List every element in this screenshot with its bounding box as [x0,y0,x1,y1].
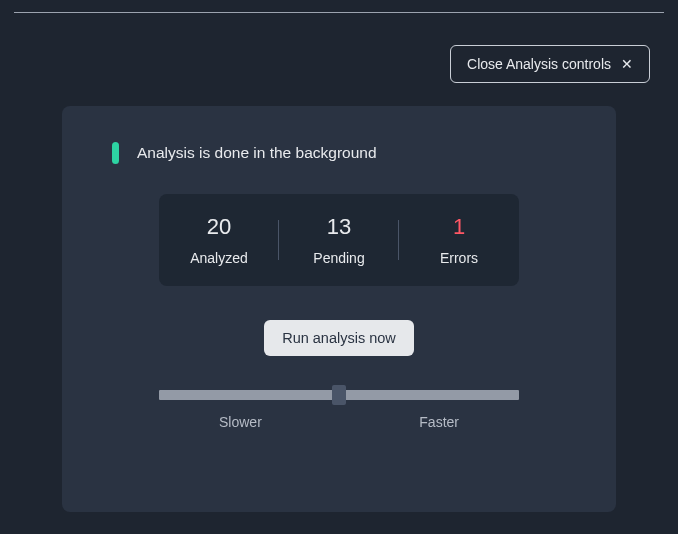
status-text: Analysis is done in the background [137,144,377,162]
slider-faster-label: Faster [419,414,459,430]
stat-pending: 13 Pending [279,214,399,266]
stat-analyzed-value: 20 [159,214,279,240]
stat-pending-label: Pending [279,250,399,266]
speed-slider: Slower Faster [159,390,519,430]
slider-labels: Slower Faster [159,414,519,430]
status-row: Analysis is done in the background [112,142,572,164]
run-button-wrap: Run analysis now [106,320,572,356]
stat-pending-value: 13 [279,214,399,240]
close-analysis-controls-button[interactable]: Close Analysis controls ✕ [450,45,650,83]
stat-errors: 1 Errors [399,214,519,266]
stat-errors-value: 1 [399,214,519,240]
stat-analyzed-label: Analyzed [159,250,279,266]
run-analysis-button[interactable]: Run analysis now [264,320,414,356]
status-indicator-icon [112,142,119,164]
slider-track[interactable] [159,390,519,400]
stats-box: 20 Analyzed 13 Pending 1 Errors [159,194,519,286]
slider-thumb[interactable] [332,385,346,405]
close-button-label: Close Analysis controls [467,56,611,72]
stat-analyzed: 20 Analyzed [159,214,279,266]
top-border [14,12,664,13]
slider-slower-label: Slower [219,414,262,430]
close-icon: ✕ [621,57,633,71]
stat-errors-label: Errors [399,250,519,266]
analysis-panel: Analysis is done in the background 20 An… [62,106,616,512]
